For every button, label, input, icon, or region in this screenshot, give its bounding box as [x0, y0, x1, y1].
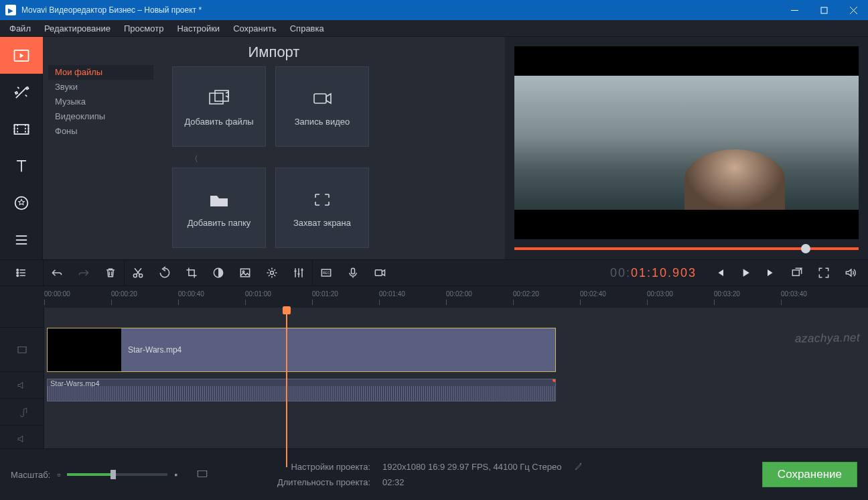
card-screen-capture[interactable]: Захват экрана: [275, 168, 369, 248]
maximize-button[interactable]: [809, 0, 839, 20]
import-title: Импорт: [43, 44, 505, 61]
audio-track-header[interactable]: [0, 372, 44, 399]
tool-sidebar: [0, 37, 43, 259]
tool-titles[interactable]: [0, 147, 43, 184]
svg-text:REC: REC: [323, 271, 330, 275]
fit-timeline-icon[interactable]: [196, 469, 208, 481]
music-track-header[interactable]: [0, 399, 44, 426]
crop-button[interactable]: [178, 259, 205, 286]
svg-rect-0: [821, 7, 827, 13]
fullscreen-button[interactable]: [810, 259, 837, 286]
project-duration-value: 02:32: [382, 477, 405, 487]
tool-more[interactable]: [0, 221, 43, 258]
prev-frame-button[interactable]: [707, 259, 733, 286]
screen-capture-icon: [310, 188, 334, 211]
webcam-button[interactable]: [366, 259, 393, 286]
delete-button[interactable]: [97, 259, 124, 286]
cat-music[interactable]: Музыка: [55, 95, 153, 109]
tool-import[interactable]: [0, 37, 43, 74]
cut-button[interactable]: [125, 259, 151, 286]
clip-properties-button[interactable]: [259, 259, 285, 286]
svg-rect-6: [314, 94, 326, 103]
project-settings-label: Настройки проекта:: [260, 462, 370, 473]
zoom-slider[interactable]: [67, 473, 167, 476]
title-bar: ▶ Movavi Видеоредактор Бизнес – Новый пр…: [0, 0, 868, 20]
equalizer-button[interactable]: [285, 259, 312, 286]
video-clip[interactable]: Star-Wars.mp4: [47, 328, 556, 372]
svg-rect-13: [240, 269, 249, 277]
mic-button[interactable]: [340, 259, 366, 286]
collapse-sidebar-icon[interactable]: 〈: [190, 153, 198, 165]
menu-bar: Файл Редактирование Просмотр Настройки С…: [0, 20, 868, 37]
window-title: Movavi Видеоредактор Бизнес – Новый прое…: [21, 5, 202, 15]
timeline-ruler[interactable]: 00:00:0000:00:2000:00:4000:01:0000:01:20…: [0, 286, 868, 308]
cat-videoclips[interactable]: Видеоклипы: [55, 109, 153, 124]
svg-point-7: [17, 269, 19, 271]
zoom-in-icon[interactable]: ▪: [174, 469, 177, 480]
clip-end-handle[interactable]: [553, 379, 556, 382]
cat-backgrounds[interactable]: Фоны: [55, 124, 153, 139]
clip-filename: Star-Wars.mp4: [121, 345, 182, 355]
video-preview[interactable]: [514, 46, 859, 239]
audio-clip[interactable]: Star-Wars.mp4: [47, 379, 556, 401]
progress-knob[interactable]: [801, 244, 810, 253]
cat-my-files[interactable]: Мои файлы: [48, 65, 153, 80]
play-button[interactable]: [733, 259, 758, 286]
ruler-tick: 00:03:00: [647, 290, 673, 298]
close-button[interactable]: [839, 0, 868, 20]
rotate-button[interactable]: [151, 259, 178, 286]
next-frame-button[interactable]: [758, 259, 784, 286]
import-categories: Мои файлы Звуки Музыка Видеоклипы Фоны: [43, 37, 153, 259]
svg-rect-21: [18, 347, 26, 353]
card-label: Запись видео: [295, 117, 350, 127]
card-label: Добавить папку: [188, 218, 251, 228]
svg-rect-18: [352, 268, 355, 273]
waveform-icon: [48, 386, 555, 401]
cat-sounds[interactable]: Звуки: [55, 80, 153, 95]
edit-settings-icon[interactable]: [574, 462, 583, 473]
redo-button[interactable]: [70, 259, 97, 286]
export-button[interactable]: Сохранение: [762, 462, 857, 487]
ruler-tick: 00:00:40: [178, 290, 204, 298]
image-button[interactable]: [232, 259, 259, 286]
color-button[interactable]: [205, 259, 232, 286]
detach-preview-button[interactable]: [784, 259, 810, 286]
volume-button[interactable]: [837, 259, 864, 286]
ruler-tick: 00:02:40: [580, 290, 606, 298]
ruler-tick: 00:00:00: [44, 290, 70, 298]
card-add-files[interactable]: Добавить файлы: [172, 66, 266, 147]
menu-file[interactable]: Файл: [9, 23, 31, 34]
preview-panel: [505, 37, 868, 259]
menu-save[interactable]: Сохранить: [233, 23, 277, 34]
ruler-tick: 00:00:20: [111, 290, 137, 298]
menu-edit[interactable]: Редактирование: [44, 23, 111, 34]
card-add-folder[interactable]: Добавить папку: [172, 168, 266, 248]
media-files-icon: [207, 87, 231, 110]
card-label: Захват экрана: [293, 218, 351, 228]
ruler-tick: 00:01:40: [379, 290, 405, 298]
ruler-tick: 00:01:20: [312, 290, 338, 298]
import-panel: Импорт Мои файлы Звуки Музыка Видеоклипы…: [43, 37, 505, 259]
video-track-header[interactable]: [0, 328, 44, 372]
menu-view[interactable]: Просмотр: [124, 23, 163, 34]
preview-progress-bar[interactable]: [514, 247, 859, 250]
minimize-button[interactable]: [780, 0, 809, 20]
tool-filters[interactable]: [0, 74, 43, 111]
playhead[interactable]: [286, 308, 287, 467]
card-record-video[interactable]: Запись видео: [275, 66, 369, 147]
zoom-out-icon[interactable]: ▫: [57, 469, 60, 480]
camera-icon: [310, 87, 334, 110]
record-button[interactable]: REC: [313, 259, 340, 286]
project-duration-label: Длительность проекта:: [260, 477, 370, 487]
undo-button[interactable]: [44, 259, 70, 286]
timeline-menu-button[interactable]: [8, 259, 35, 286]
tracks-area: Star-Wars.mp4 Star-Wars.mp4: [0, 308, 868, 448]
svg-rect-2: [14, 125, 28, 134]
tool-transitions[interactable]: [0, 111, 43, 147]
menu-help[interactable]: Справка: [290, 23, 324, 34]
status-bar: Масштаб: ▫ ▪ Настройки проекта: 1920x108…: [0, 448, 868, 500]
watermark-text: azachya.net: [795, 331, 861, 346]
svg-point-8: [17, 272, 19, 274]
tool-stickers[interactable]: [0, 184, 43, 221]
menu-settings[interactable]: Настройки: [177, 23, 220, 34]
